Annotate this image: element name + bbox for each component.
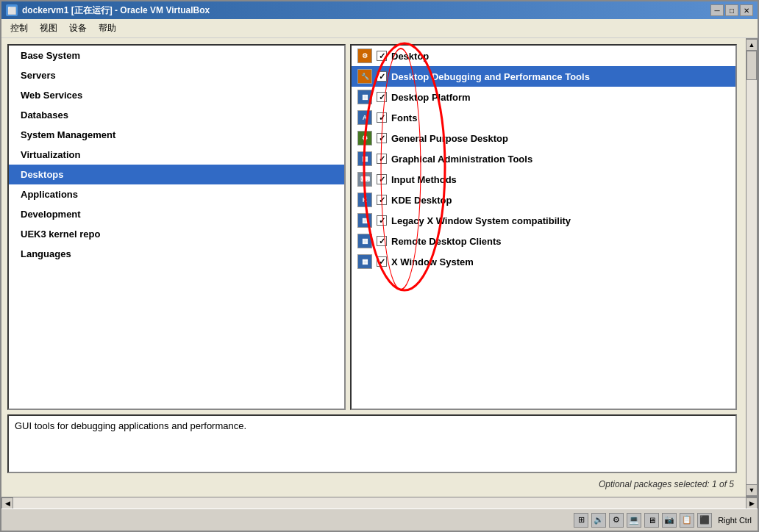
taskbar-icon-1[interactable]: ⊞ xyxy=(574,513,588,528)
desktop-platform-checkbox[interactable] xyxy=(377,92,387,102)
general-purpose-label: General Purpose Desktop xyxy=(391,133,508,144)
input-methods-label: Input Methods xyxy=(391,174,457,185)
taskbar-icons: ⊞ 🔊 ⚙ 💻 🖥 📷 📋 ⬛ Right Ctrl xyxy=(574,513,755,528)
sidebar-item-databases[interactable]: Databases xyxy=(9,105,344,125)
list-item-graphical-admin[interactable]: ▦ Graphical Administration Tools xyxy=(352,148,735,169)
desktop-debug-checkbox[interactable] xyxy=(377,71,387,82)
input-methods-checkbox[interactable] xyxy=(377,174,387,184)
menu-control[interactable]: 控制 xyxy=(4,21,34,36)
window-title: dockervm1 [正在运行] - Oracle VM VirtualBox xyxy=(22,4,210,17)
scroll-thumb[interactable] xyxy=(746,51,757,80)
restore-button[interactable]: □ xyxy=(725,4,738,16)
scroll-track[interactable] xyxy=(746,51,757,484)
sidebar-item-virtualization[interactable]: Virtualization xyxy=(9,145,344,165)
sidebar-item-system-management[interactable]: System Management xyxy=(9,125,344,145)
right-panel: ⚙ Desktop 🔧 Desktop Debugging and Perfor… xyxy=(350,44,737,410)
remote-desktop-label: Remote Desktop Clients xyxy=(391,236,502,247)
taskbar-icon-8[interactable]: ⬛ xyxy=(697,513,712,528)
close-button[interactable]: ✕ xyxy=(740,4,753,16)
description-text: GUI tools for debugging applications and… xyxy=(15,420,246,431)
scroll-right-button[interactable]: ▶ xyxy=(746,497,758,509)
taskbar-icon-4[interactable]: 💻 xyxy=(627,513,641,528)
desktop-label: Desktop xyxy=(391,51,429,62)
title-bar: ⬜ dockervm1 [正在运行] - Oracle VM VirtualBo… xyxy=(1,1,758,19)
status-text: Optional packages selected: 1 of 5 xyxy=(599,479,734,489)
general-purpose-checkbox[interactable] xyxy=(377,133,387,143)
input-methods-icon: ⌨ xyxy=(357,172,372,187)
legacy-x-checkbox[interactable] xyxy=(377,215,387,226)
legacy-x-icon: ▦ xyxy=(357,213,372,228)
desktop-icon: ⚙ xyxy=(357,48,372,63)
menu-view[interactable]: 视图 xyxy=(34,21,63,36)
sidebar-item-development[interactable]: Development xyxy=(9,204,344,224)
desktop-platform-label: Desktop Platform xyxy=(391,92,471,103)
desktop-checkbox[interactable] xyxy=(377,51,387,61)
x-window-icon: ▦ xyxy=(357,254,372,269)
taskbar-icon-6[interactable]: 📷 xyxy=(662,513,677,528)
x-window-checkbox[interactable] xyxy=(377,256,387,267)
remote-desktop-checkbox[interactable] xyxy=(377,236,387,246)
graphical-admin-label: Graphical Administration Tools xyxy=(391,154,532,165)
kde-label: KDE Desktop xyxy=(391,195,452,206)
desktop-platform-icon: ▦ xyxy=(357,90,372,104)
list-item-desktop-platform[interactable]: ▦ Desktop Platform xyxy=(352,87,735,107)
sidebar-item-desktops[interactable]: Desktops xyxy=(9,165,344,184)
general-purpose-icon: ⚙ xyxy=(357,131,372,145)
graphical-admin-icon: ▦ xyxy=(357,151,372,166)
menu-help[interactable]: 帮助 xyxy=(93,21,122,36)
description-area: GUI tools for debugging applications and… xyxy=(7,414,737,473)
window-frame: ⬜ dockervm1 [正在运行] - Oracle VM VirtualBo… xyxy=(0,0,759,532)
sidebar-item-languages[interactable]: Languages xyxy=(9,244,344,264)
remote-desktop-icon: ▦ xyxy=(357,234,372,248)
inner-content: Base System Servers Web Services Databas… xyxy=(1,38,743,497)
desktop-debug-label: Desktop Debugging and Performance Tools xyxy=(391,71,590,82)
kde-checkbox[interactable] xyxy=(377,195,387,205)
list-item-kde[interactable]: K KDE Desktop xyxy=(352,190,735,210)
left-panel: Base System Servers Web Services Databas… xyxy=(7,44,346,410)
taskbar-icon-2[interactable]: 🔊 xyxy=(591,513,606,528)
taskbar-icon-5[interactable]: 🖥 xyxy=(644,513,659,528)
menu-devices[interactable]: 设备 xyxy=(63,21,93,36)
fonts-checkbox[interactable] xyxy=(377,112,387,123)
sidebar-item-applications[interactable]: Applications xyxy=(9,184,344,204)
horizontal-scrollbar: ◀ ▶ xyxy=(1,497,758,508)
content-area: Base System Servers Web Services Databas… xyxy=(1,38,758,497)
kde-icon: K xyxy=(357,193,372,207)
title-controls: ─ □ ✕ xyxy=(710,4,753,16)
title-bar-left: ⬜ dockervm1 [正在运行] - Oracle VM VirtualBo… xyxy=(6,4,210,17)
app-icon: ⬜ xyxy=(6,4,18,16)
taskbar-icon-3[interactable]: ⚙ xyxy=(609,513,624,528)
taskbar-icon-7[interactable]: 📋 xyxy=(680,513,694,528)
taskbar: ⊞ 🔊 ⚙ 💻 🖥 📷 📋 ⬛ Right Ctrl xyxy=(1,508,758,531)
list-item-general-purpose[interactable]: ⚙ General Purpose Desktop xyxy=(352,128,735,148)
minimize-button[interactable]: ─ xyxy=(710,4,724,16)
scroll-down-button[interactable]: ▼ xyxy=(746,484,758,496)
sidebar-item-uek3[interactable]: UEK3 kernel repo xyxy=(9,224,344,244)
sidebar-item-servers[interactable]: Servers xyxy=(9,65,344,85)
x-window-label: X Window System xyxy=(391,256,474,267)
scroll-left-button[interactable]: ◀ xyxy=(1,497,13,509)
list-item-remote-desktop[interactable]: ▦ Remote Desktop Clients xyxy=(352,231,735,251)
desktop-debug-icon: 🔧 xyxy=(357,69,372,84)
hscroll-track[interactable] xyxy=(13,497,746,508)
menu-bar: 控制 视图 设备 帮助 xyxy=(1,19,758,38)
right-ctrl-label: Right Ctrl xyxy=(715,516,755,525)
fonts-label: Fonts xyxy=(391,112,417,123)
list-item-legacy-x[interactable]: ▦ Legacy X Window System compatibility xyxy=(352,210,735,231)
list-item-input-methods[interactable]: ⌨ Input Methods xyxy=(352,169,735,190)
sidebar-item-web-services[interactable]: Web Services xyxy=(9,85,344,105)
scroll-up-button[interactable]: ▲ xyxy=(746,39,758,51)
list-item-desktop-debug[interactable]: 🔧 Desktop Debugging and Performance Tool… xyxy=(352,66,735,87)
list-item-desktop[interactable]: ⚙ Desktop xyxy=(352,46,735,66)
legacy-x-label: Legacy X Window System compatibility xyxy=(391,215,571,226)
vertical-scrollbar: ▲ ▼ xyxy=(746,38,758,497)
status-line: Optional packages selected: 1 of 5 xyxy=(7,478,737,491)
graphical-admin-checkbox[interactable] xyxy=(377,154,387,164)
fonts-icon: A xyxy=(357,110,372,125)
panels-container: Base System Servers Web Services Databas… xyxy=(7,44,737,410)
list-item-x-window[interactable]: ▦ X Window System xyxy=(352,251,735,272)
list-item-fonts[interactable]: A Fonts xyxy=(352,107,735,128)
sidebar-item-base-system[interactable]: Base System xyxy=(9,46,344,65)
